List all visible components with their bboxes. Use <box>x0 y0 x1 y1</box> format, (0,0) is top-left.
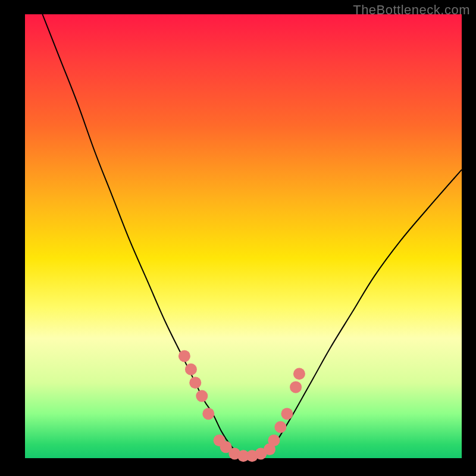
highlight-dots <box>178 350 305 462</box>
data-point <box>281 408 293 419</box>
data-point <box>293 368 305 380</box>
left-curve <box>42 14 252 458</box>
data-point <box>189 377 201 389</box>
watermark-text: TheBottleneck.com <box>353 2 470 18</box>
data-point <box>178 350 190 362</box>
data-point <box>185 364 197 375</box>
data-point <box>196 390 208 402</box>
plot-area <box>25 14 462 458</box>
data-point <box>274 421 286 433</box>
chart-svg <box>25 14 462 458</box>
data-point <box>290 381 302 393</box>
data-point <box>202 408 214 419</box>
data-point <box>268 434 280 446</box>
